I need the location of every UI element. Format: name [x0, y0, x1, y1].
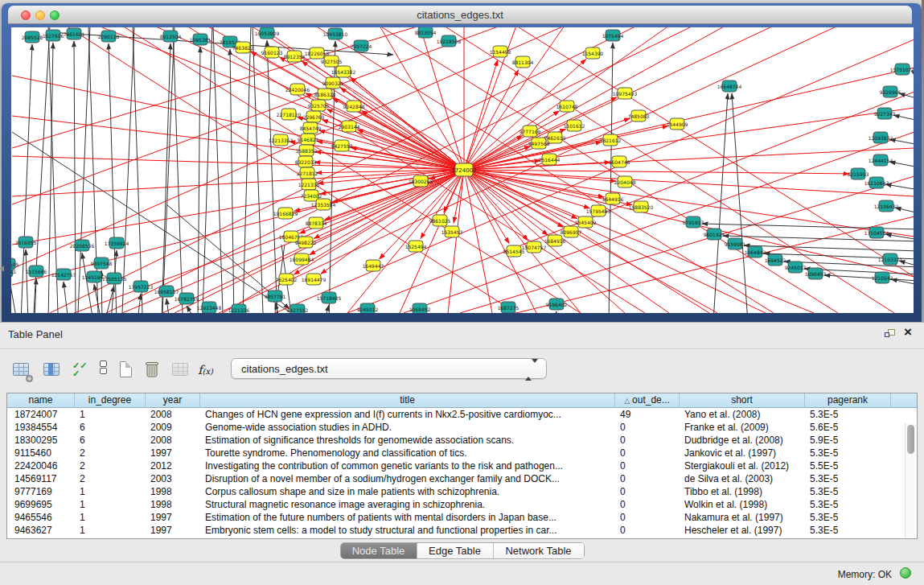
graph-node[interactable]: 1095381 — [190, 34, 211, 45]
graph-node[interactable]: 9245013 — [785, 262, 807, 273]
close-panel-icon[interactable]: × — [904, 324, 912, 340]
graph-node[interactable]: 8813054 — [415, 27, 437, 38]
graph-node[interactable]: 1115686 — [26, 266, 47, 277]
table-row[interactable]: 1938455462009Genome-wide association stu… — [7, 421, 917, 434]
graph-node[interactable]: 10953810 — [323, 28, 348, 39]
graph-node[interactable]: 16053809 — [255, 27, 280, 39]
graph-node[interactable]: 8913504 — [160, 31, 182, 42]
graph-node[interactable]: 9857791 — [265, 290, 286, 302]
graph-node[interactable]: 9329966 — [880, 86, 901, 97]
graph-node[interactable]: 12213363 — [269, 134, 294, 146]
table-row[interactable]: 946554611997Estimation of the future num… — [7, 511, 917, 524]
graph-node[interactable]: 1101612 — [564, 120, 585, 131]
graph-node[interactable]: 12106432 — [874, 200, 899, 212]
tab-network-table[interactable]: Network Table — [494, 543, 584, 559]
graph-node[interactable]: 1535457 — [441, 226, 463, 237]
delete-columns-icon[interactable] — [143, 360, 164, 381]
table-row[interactable]: 946362711997Embryonic stem cells: a mode… — [7, 524, 917, 537]
table-row[interactable]: 1872400712008Changes of HCN gene express… — [7, 408, 917, 421]
graph-node[interactable]: 9160123 — [261, 47, 283, 58]
graph-node[interactable]: 9327505 — [321, 56, 343, 67]
column-header-pagerank[interactable]: pagerank — [805, 393, 891, 408]
delete-table-icon[interactable] — [170, 360, 191, 381]
column-header-year[interactable]: year — [146, 393, 200, 408]
graph-node[interactable]: 8186328 — [314, 89, 336, 100]
graph-node[interactable]: 8427553 — [331, 140, 353, 151]
table-row[interactable]: 969969511998Structural magnetic resonanc… — [7, 498, 917, 511]
graph-node[interactable]: 15074757 — [522, 241, 547, 253]
graph-node[interactable]: 1545409 — [575, 216, 597, 228]
graph-node[interactable]: 8322033 — [295, 156, 317, 167]
graph-node[interactable]: 1064842 — [745, 246, 766, 257]
graph-node[interactable]: 8912354 — [284, 51, 306, 62]
graph-node[interactable]: 8215953 — [848, 168, 869, 179]
graph-node[interactable]: 1154498 — [490, 46, 511, 57]
scrollbar-thumb[interactable] — [907, 425, 914, 454]
graph-node[interactable]: 8096957 — [561, 226, 582, 237]
graph-node[interactable]: 2204048 — [614, 176, 636, 187]
table-row[interactable]: 1830029562008Estimation of significance … — [7, 434, 917, 447]
column-header-name[interactable]: name — [7, 393, 75, 408]
graph-node[interactable]: 16099484 — [290, 253, 314, 265]
graph-node[interactable]: 2085528 — [22, 31, 43, 43]
graph-node[interactable]: 1694522 — [765, 254, 786, 266]
memory-status-indicator[interactable] — [900, 567, 911, 579]
table-options-icon[interactable] — [11, 360, 32, 381]
graph-node[interactable]: 1154390 — [582, 47, 604, 59]
graph-node[interactable]: 9227343 — [874, 108, 896, 119]
graph-node[interactable]: 9245012 — [357, 303, 379, 313]
graph-node[interactable]: 7462610 — [544, 132, 566, 143]
graph-node[interactable]: 1821612 — [600, 134, 622, 146]
graph-node[interactable]: 1075494 — [602, 30, 624, 41]
graph-node[interactable]: 12923448 — [197, 302, 222, 313]
graph-node[interactable]: 16648784 — [717, 80, 742, 92]
graph-node[interactable]: 1604748 — [609, 156, 630, 167]
graph-node[interactable]: 18300295 — [409, 175, 433, 187]
graph-node[interactable]: 7461601 — [64, 28, 85, 39]
network-window-titlebar[interactable]: citations_edges.txt — [8, 6, 912, 24]
graph-node[interactable]: 9196402 — [546, 299, 568, 310]
column-header-title[interactable]: title — [200, 393, 615, 408]
graph-node[interactable]: 2271812 — [297, 167, 318, 179]
graph-node[interactable]: 2296760 — [303, 111, 325, 122]
graph-node[interactable]: 1221336 — [228, 304, 250, 313]
column-header-short[interactable]: short — [680, 393, 805, 408]
panel-collapse-arrow-icon[interactable] — [0, 266, 4, 272]
network-select-dropdown[interactable]: citations_edges.txt — [231, 358, 547, 379]
graph-node[interactable]: 8454749 — [300, 122, 322, 134]
graph-node[interactable]: 1649447 — [363, 260, 384, 271]
table-scrollbar[interactable] — [905, 423, 916, 538]
graph-hub-node[interactable]: 1724007 — [451, 163, 476, 176]
graph-node[interactable]: 1210642 — [872, 272, 893, 283]
graph-node[interactable]: 2290118 — [98, 31, 120, 42]
graph-node[interactable]: 2516055 — [15, 237, 37, 248]
graph-node[interactable]: 17957223 — [129, 281, 154, 292]
table-row[interactable]: 911546021997Tourette syndrome. Phenomeno… — [7, 447, 917, 459]
create-column-icon[interactable] — [117, 360, 138, 381]
graph-node[interactable]: 1684916 — [544, 235, 566, 246]
toggle-rows-icon[interactable] — [95, 360, 116, 381]
graph-node[interactable]: 12093832 — [869, 132, 893, 143]
graph-node[interactable]: 15751074 — [890, 64, 914, 75]
graph-node[interactable]: 1525494 — [405, 241, 427, 252]
graph-node[interactable]: 12142757 — [51, 269, 76, 280]
graph-node[interactable]: 1588352 — [296, 145, 318, 156]
table-row[interactable]: 1456911722003Disruption of a novel membe… — [7, 472, 917, 485]
float-panel-icon[interactable] — [885, 329, 897, 340]
column-header-out_de[interactable]: △out_de... — [615, 393, 680, 408]
graph-node[interactable]: 15883520 — [629, 201, 654, 212]
graph-node[interactable]: 7357224 — [351, 40, 372, 51]
table-row[interactable]: 2242004622012Investigating the contribut… — [7, 459, 917, 472]
graph-node[interactable]: 1527606 — [43, 30, 64, 41]
graph-node[interactable]: 2516444 — [539, 154, 561, 165]
network-canvas[interactable]: 2085528152760674616012290118891350410953… — [11, 27, 914, 313]
graph-node[interactable]: 12444154 — [869, 154, 893, 166]
graph-node[interactable]: 9861025 — [429, 215, 451, 226]
graph-node[interactable]: 9601925 — [704, 229, 725, 240]
graph-node[interactable]: 1687275 — [498, 302, 519, 313]
graph-node[interactable]: 16914479 — [302, 274, 326, 285]
graph-node[interactable]: 19218506 — [437, 35, 462, 47]
graph-node[interactable]: 12103321 — [878, 253, 903, 265]
graph-node[interactable]: 1221336 — [298, 179, 320, 190]
selection-mode-icon[interactable]: ✓✓✓ — [71, 360, 92, 381]
